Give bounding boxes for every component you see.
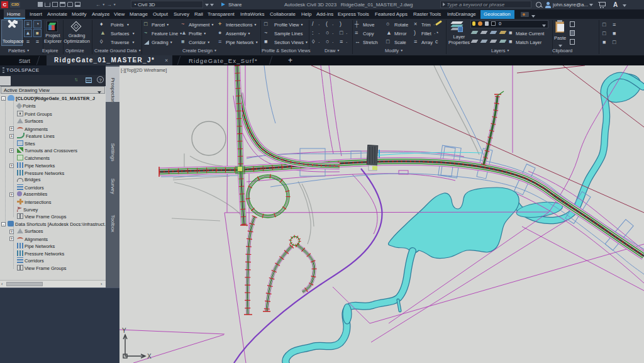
svg-text:X: X <box>147 353 152 360</box>
svg-text:Y: Y <box>122 327 126 334</box>
